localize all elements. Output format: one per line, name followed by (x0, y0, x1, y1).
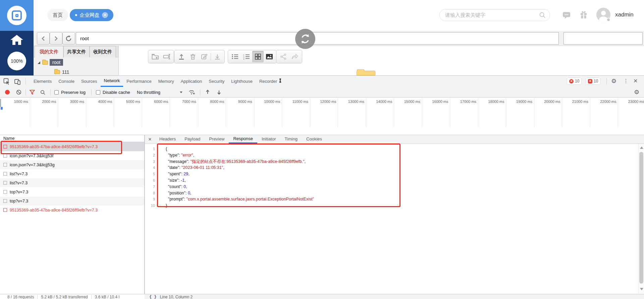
thumbnail-view-button[interactable] (264, 51, 275, 62)
scrollbar-thumb[interactable] (639, 152, 643, 284)
devtools-tab-application[interactable]: Application (177, 76, 206, 87)
forward-share-button[interactable] (289, 51, 301, 62)
request-row[interactable]: icon.json?v=7.3&licjj53f (0, 151, 144, 160)
global-search-input[interactable]: 请输入搜索关键字 (439, 9, 550, 21)
search-network-button[interactable] (40, 87, 45, 98)
export-har-button[interactable] (217, 87, 221, 98)
scroll-down-icon[interactable] (640, 288, 643, 290)
devtools-tab-sources[interactable]: Sources (78, 76, 101, 87)
code-line: 8 "position": 0, (145, 190, 638, 196)
edit-button[interactable] (199, 51, 210, 62)
tab-shared-files[interactable]: 共享文件 (63, 46, 90, 57)
inspect-element-icon[interactable] (3, 78, 10, 85)
active-dot-icon (75, 14, 77, 16)
settings-gear-icon[interactable]: ⚙ (611, 77, 616, 85)
close-devtools-icon[interactable]: ✕ (633, 77, 638, 85)
close-response-icon[interactable]: ✕ (145, 135, 155, 143)
gift-icon[interactable] (580, 10, 588, 19)
download-button[interactable] (212, 51, 223, 62)
list-view-button[interactable] (229, 51, 241, 62)
devtools-tab-security[interactable]: Security (205, 76, 228, 87)
upload-button[interactable] (176, 51, 187, 62)
network-timeline[interactable]: 1000 ms2000 ms3000 ms4000 ms5000 ms6000 … (0, 98, 644, 135)
issues-badge[interactable]: ✕10 (586, 77, 600, 85)
response-tab-response[interactable]: Response (229, 135, 257, 143)
throttling-caret[interactable] (180, 87, 182, 98)
response-tab-preview[interactable]: Preview (205, 135, 229, 143)
error-icon: ✕ (569, 79, 574, 83)
tab-received-files[interactable]: 收到文件 (90, 46, 116, 57)
toolbar-group-views: 123 (228, 50, 277, 63)
response-tab-timing[interactable]: Timing (280, 135, 302, 143)
request-row[interactable]: list?v=7.3 (0, 178, 144, 187)
devtools-tab-console[interactable]: Console (55, 76, 78, 87)
refresh-button[interactable] (62, 32, 75, 45)
zoom-level-button[interactable]: 100% (7, 52, 26, 70)
delete-button[interactable] (187, 51, 199, 62)
search-icon[interactable] (539, 12, 546, 18)
line-number: 2 (145, 152, 157, 159)
request-name: list?v=7.3 (10, 172, 28, 176)
console-errors-badge[interactable]: ✕10 (567, 77, 582, 85)
request-row[interactable]: 95135369-ab35-47ba-a9ce-845f26ff9efb?v=7… (0, 142, 144, 151)
devtools-tab-recorder[interactable]: Recorder (256, 76, 285, 87)
disable-cache-checkbox[interactable]: Disable cache (96, 87, 130, 98)
share-button[interactable] (278, 51, 289, 62)
devtools-tab-lighthouse[interactable]: Lighthouse (228, 76, 256, 87)
more-options-icon[interactable]: ⋮ (623, 77, 629, 85)
grid-view-button[interactable] (252, 51, 264, 62)
request-row[interactable]: icon.json?v=7.3&licjj53g (0, 160, 144, 169)
request-row[interactable]: list?v=7.3 (0, 169, 144, 178)
device-toolbar-icon[interactable] (14, 78, 21, 85)
network-settings-gear-icon[interactable]: ⚙ (634, 88, 639, 96)
back-button[interactable] (37, 32, 50, 45)
new-folder-button[interactable] (150, 51, 161, 62)
app-logo[interactable] (0, 0, 34, 31)
code-text: "prompt": "com.x.portal.assemble.surface… (157, 196, 314, 202)
column-header-name[interactable]: Name (0, 135, 144, 142)
timeline-gridline (338, 98, 338, 127)
devtools-tab-memory[interactable]: Memory (155, 76, 177, 87)
devtools-tab-performance[interactable]: Performance (123, 76, 155, 87)
secondary-input[interactable] (564, 32, 643, 45)
network-conditions-button[interactable] (189, 87, 195, 98)
request-name: 95135369-ab35-47ba-a9ce-845f26ff9efb?v=7… (10, 144, 98, 149)
file-panel: 我的文件 共享文件 收到文件 root 111 (34, 46, 118, 75)
request-row[interactable]: top?v=7.3 (0, 196, 144, 205)
devtools-tab-elements[interactable]: Elements (30, 76, 55, 87)
tab-my-files[interactable]: 我的文件 (35, 46, 63, 58)
response-scrollbar[interactable] (638, 144, 644, 294)
tab-enterprise-disk[interactable]: 企业网盘 ✕ (70, 9, 113, 21)
devtools-tab-network[interactable]: Network (101, 76, 123, 87)
address-input[interactable]: root (76, 32, 559, 45)
tree-item-root[interactable]: root (50, 59, 63, 66)
response-tab-initiator[interactable]: Initiator (257, 135, 280, 143)
response-tab-headers[interactable]: Headers (155, 135, 180, 143)
detail-view-button[interactable]: 123 (241, 51, 252, 62)
response-tab-payload[interactable]: Payload (180, 135, 205, 143)
messages-icon[interactable] (562, 11, 571, 19)
request-row[interactable]: 95135369-ab35-47ba-a9ce-845f26ff9efb?v=7… (0, 205, 144, 215)
filter-button[interactable] (30, 87, 35, 98)
folder-item-partial[interactable] (357, 71, 375, 75)
preserve-log-checkbox[interactable]: Preserve log (54, 87, 86, 98)
clear-button[interactable] (16, 87, 21, 98)
tree-expander-icon[interactable] (38, 61, 40, 64)
tab-home[interactable]: 首页 (47, 9, 68, 21)
import-har-button[interactable] (205, 87, 210, 98)
devtools-statusbar: 8 / 16 requests5.2 kB / 5.2 kB transferr… (0, 294, 644, 299)
request-row[interactable]: top?v=7.3 (0, 187, 144, 196)
close-tab-icon[interactable]: ✕ (102, 12, 108, 18)
username[interactable]: xadmin (615, 11, 634, 18)
scroll-up-icon[interactable] (640, 146, 643, 149)
timeline-tick-label: 8000 ms (199, 100, 224, 104)
response-tab-cookies[interactable]: Cookies (302, 135, 326, 143)
timeline-tick-label: 16000 ms (423, 100, 448, 104)
forward-button[interactable] (50, 32, 62, 45)
tree-item-111[interactable]: 111 (62, 69, 69, 75)
response-code-area[interactable]: 1{2 "type": "error",3 "message": "指定的站点不… (145, 144, 638, 294)
record-button[interactable] (5, 87, 10, 98)
throttling-select[interactable]: No throttling (137, 87, 160, 98)
rename-button[interactable] (161, 51, 172, 62)
home-icon[interactable] (8, 35, 25, 45)
